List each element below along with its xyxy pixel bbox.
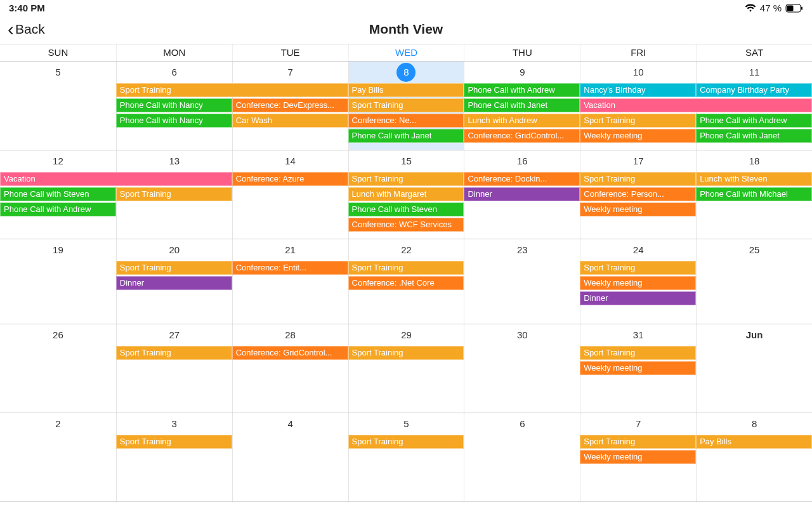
calendar-event[interactable]: Conference: GridControl...	[232, 346, 348, 360]
calendar-event[interactable]: Conference: Dockin...	[464, 172, 580, 186]
page-title: Month View	[369, 22, 443, 37]
calendar-event[interactable]: Conference: Person...	[580, 187, 696, 201]
calendar-event[interactable]: Sport Training	[116, 261, 232, 275]
weekday-header: SUN	[0, 44, 116, 61]
calendar-event[interactable]: Phone Call with Steven	[0, 187, 116, 201]
calendar-event[interactable]: Sport Training	[116, 83, 348, 97]
weekday-header: MON	[116, 44, 232, 61]
calendar-date-number: 24	[580, 241, 696, 260]
calendar-date-number: 5	[0, 63, 116, 82]
calendar-day-cell[interactable]: 3	[116, 413, 232, 501]
calendar-event[interactable]: Conference: Entit...	[232, 261, 348, 275]
calendar-event[interactable]: Weekly meeting	[580, 202, 696, 216]
calendar-event[interactable]: Conference: WCF Services	[348, 218, 464, 232]
calendar-event[interactable]: Sport Training	[116, 346, 232, 360]
calendar-event[interactable]: Phone Call with Janet	[696, 129, 812, 143]
calendar-event[interactable]: Weekly meeting	[580, 129, 696, 143]
calendar-day-cell[interactable]: 5	[0, 62, 116, 150]
calendar-event[interactable]: Conference: Azure	[232, 172, 348, 186]
calendar-event[interactable]: Sport Training	[116, 187, 232, 201]
calendar-date-number: 5	[349, 414, 464, 434]
calendar-event[interactable]: Dinner	[580, 291, 696, 305]
calendar-month: SUNMONTUEWEDTHUFRISAT 567891011Sport Tra…	[0, 44, 812, 502]
calendar-event[interactable]: Nancy's Birthday	[580, 83, 696, 97]
calendar-day-cell[interactable]: 21	[232, 239, 348, 324]
calendar-date-number: 6	[117, 63, 232, 82]
calendar-event[interactable]: Sport Training	[348, 346, 464, 360]
wifi-icon	[745, 4, 756, 13]
calendar-date-number: 29	[349, 326, 464, 345]
calendar-date-number: 2	[0, 414, 116, 434]
calendar-event[interactable]: Vacation	[580, 98, 812, 112]
calendar-day-cell[interactable]: 26	[0, 324, 116, 413]
calendar-event[interactable]: Sport Training	[580, 435, 696, 449]
calendar-event[interactable]: Sport Training	[580, 114, 696, 128]
calendar-event[interactable]: Dinner	[116, 276, 232, 290]
calendar-day-cell[interactable]: Jun	[696, 324, 812, 413]
calendar-day-cell[interactable]: 8	[696, 413, 812, 501]
calendar-date-number: 31	[580, 326, 696, 345]
calendar-day-cell[interactable]: 19	[0, 239, 116, 324]
calendar-day-cell[interactable]: 25	[696, 239, 812, 324]
calendar-event[interactable]: Conference: Ne...	[348, 114, 464, 128]
calendar-day-cell[interactable]: 5	[348, 413, 464, 501]
calendar-event[interactable]: Phone Call with Michael	[696, 187, 812, 201]
calendar-event[interactable]: Pay Bills	[348, 83, 464, 97]
calendar-date-number: Jun	[697, 326, 812, 345]
calendar-event[interactable]: Vacation	[0, 172, 232, 186]
chevron-left-icon: ‹	[8, 20, 14, 39]
calendar-event[interactable]: Phone Call with Nancy	[116, 114, 232, 128]
calendar-date-number: 27	[117, 326, 232, 345]
calendar-event[interactable]: Lunch with Andrew	[464, 114, 580, 128]
calendar-day-cell[interactable]: 30	[464, 324, 580, 413]
calendar-day-cell[interactable]: 27	[116, 324, 232, 413]
calendar-event[interactable]: Car Wash	[232, 114, 348, 128]
calendar-event[interactable]: Sport Training	[348, 172, 464, 186]
calendar-event[interactable]: Phone Call with Janet	[348, 129, 464, 143]
calendar-event[interactable]: Weekly meeting	[580, 450, 696, 464]
calendar-event[interactable]: Sport Training	[348, 435, 464, 449]
calendar-event[interactable]: Sport Training	[580, 346, 696, 360]
calendar-day-cell[interactable]: 29	[348, 324, 464, 413]
calendar-date-number: 22	[349, 241, 464, 260]
calendar-event[interactable]: Phone Call with Andrew	[464, 83, 580, 97]
calendar-event[interactable]: Phone Call with Steven	[348, 202, 464, 216]
calendar-event[interactable]: Sport Training	[580, 261, 696, 275]
weekday-header: WED	[348, 44, 464, 61]
calendar-event[interactable]: Phone Call with Andrew	[696, 114, 812, 128]
calendar-event[interactable]: Dinner	[464, 187, 580, 201]
calendar-event[interactable]: Weekly meeting	[580, 276, 696, 290]
calendar-event[interactable]: Phone Call with Nancy	[116, 98, 232, 112]
calendar-event[interactable]: Sport Training	[348, 261, 464, 275]
calendar-event[interactable]: Phone Call with Andrew	[0, 202, 116, 216]
status-time: 3:40 PM	[9, 3, 45, 13]
calendar-event[interactable]: Conference: GridControl...	[464, 129, 580, 143]
calendar-date-number: 10	[580, 63, 696, 82]
calendar-event[interactable]: Conference: .Net Core	[348, 276, 464, 290]
calendar-event[interactable]: Phone Call with Janet	[464, 98, 580, 112]
calendar-day-cell[interactable]: 14	[232, 150, 348, 239]
calendar-date-number: 16	[464, 152, 580, 171]
calendar-day-cell[interactable]: 28	[232, 324, 348, 413]
calendar-event[interactable]: Pay Bills	[696, 435, 812, 449]
calendar-event[interactable]: Weekly meeting	[580, 361, 696, 375]
calendar-event[interactable]: Company Birthday Party	[696, 83, 812, 97]
back-button[interactable]: ‹ Back	[8, 20, 45, 39]
calendar-day-cell[interactable]: 23	[464, 239, 580, 324]
calendar-day-cell[interactable]: 6	[464, 413, 580, 501]
calendar-event[interactable]: Sport Training	[348, 98, 464, 112]
status-right: 47 %	[745, 3, 803, 13]
calendar-date-number: 17	[580, 152, 696, 171]
calendar-week-row: 262728293031JunSport TrainingConference:…	[0, 324, 812, 413]
calendar-date-number: 6	[464, 414, 580, 434]
calendar-event[interactable]: Sport Training	[116, 435, 232, 449]
calendar-date-number: 4	[233, 414, 348, 434]
calendar-week-row: 2345678Sport TrainingSport TrainingSport…	[0, 413, 812, 502]
weekday-header-row: SUNMONTUEWEDTHUFRISAT	[0, 44, 812, 62]
calendar-event[interactable]: Conference: DevExpress...	[232, 98, 348, 112]
calendar-event[interactable]: Lunch with Steven	[696, 172, 812, 186]
calendar-event[interactable]: Sport Training	[580, 172, 696, 186]
calendar-event[interactable]: Lunch with Margaret	[348, 187, 464, 201]
calendar-day-cell[interactable]: 4	[232, 413, 348, 501]
calendar-day-cell[interactable]: 2	[0, 413, 116, 501]
